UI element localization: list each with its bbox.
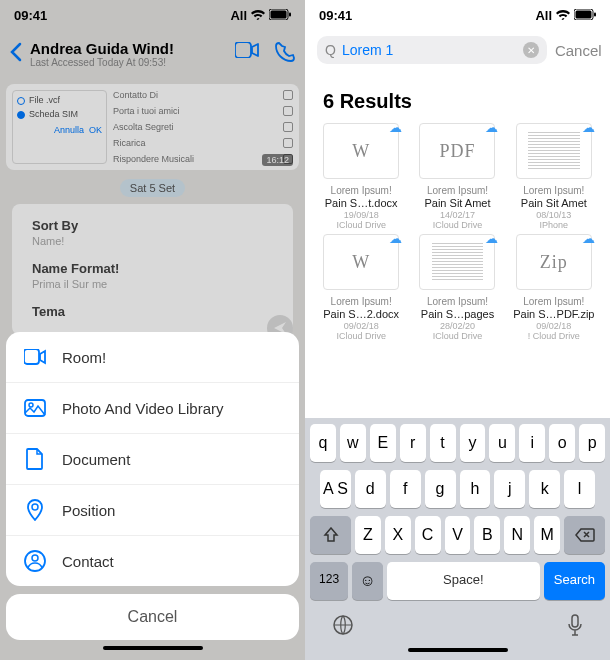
key-r[interactable]: r — [400, 424, 426, 462]
globe-icon[interactable] — [332, 614, 354, 640]
position-icon — [24, 499, 46, 521]
result-item[interactable]: W☁Lorem Ipsum!Pain S…t.docx19/09/18IClou… — [315, 123, 407, 230]
key-l[interactable]: l — [564, 470, 595, 508]
wifi-icon — [556, 8, 570, 23]
status-time: 09:41 — [14, 8, 47, 23]
status-bar-right: 09:41 All — [305, 0, 610, 30]
key-B[interactable]: B — [474, 516, 500, 554]
cloud-icon: ☁ — [582, 231, 595, 246]
message-timestamp: 16:12 — [262, 154, 293, 166]
back-button[interactable] — [10, 40, 22, 68]
wifi-icon — [251, 8, 265, 23]
file-thumbnail: W☁ — [323, 123, 399, 179]
result-folder: Lorem Ipsum! — [508, 296, 600, 307]
result-date: 28/02/20 — [411, 321, 503, 331]
sheet-room[interactable]: Room! — [6, 332, 299, 383]
key-A S[interactable]: A S — [320, 470, 351, 508]
key-t[interactable]: t — [430, 424, 456, 462]
key-C[interactable]: C — [415, 516, 441, 554]
home-indicator — [103, 646, 203, 650]
backspace-key[interactable] — [564, 516, 605, 554]
search-key[interactable]: Search — [544, 562, 605, 600]
svg-rect-4 — [24, 349, 39, 364]
svg-rect-2 — [289, 12, 291, 16]
emoji-key[interactable]: ☺ — [352, 562, 383, 600]
sheet-position-label: Position — [62, 502, 115, 519]
result-folder: Lorem Ipsum! — [315, 185, 407, 196]
space-key[interactable]: Space! — [387, 562, 540, 600]
sheet-contact[interactable]: Contact — [6, 536, 299, 586]
phone-call-icon[interactable] — [275, 42, 295, 66]
key-M[interactable]: M — [534, 516, 560, 554]
result-folder: Lorem Ipsum! — [508, 185, 600, 196]
clear-search-icon[interactable]: ✕ — [523, 42, 539, 58]
mic-icon[interactable] — [567, 614, 583, 640]
key-j[interactable]: j — [494, 470, 525, 508]
sheet-position[interactable]: Position — [6, 485, 299, 536]
video-call-icon[interactable] — [235, 42, 259, 66]
svg-point-7 — [32, 504, 38, 510]
document-icon — [24, 448, 46, 470]
result-location: ! Cloud Drive — [508, 331, 600, 341]
result-date: 19/09/18 — [315, 210, 407, 220]
left-screenshot: 09:41 All Andrea Guida Wind! Last Access… — [0, 0, 305, 660]
sheet-cancel-button[interactable]: Cancel — [6, 594, 299, 640]
key-Z[interactable]: Z — [355, 516, 381, 554]
result-folder: Lorem Ipsum! — [315, 296, 407, 307]
key-E[interactable]: E — [370, 424, 396, 462]
key-o[interactable]: o — [549, 424, 575, 462]
search-cancel-button[interactable]: Cancel — [555, 42, 602, 59]
svg-rect-3 — [235, 42, 251, 58]
sheet-photo[interactable]: Photo And Video Library — [6, 383, 299, 434]
contact-icon — [24, 550, 46, 572]
key-k[interactable]: k — [529, 470, 560, 508]
result-date: 14/02/17 — [411, 210, 503, 220]
status-carrier: All — [230, 8, 247, 23]
key-u[interactable]: u — [489, 424, 515, 462]
key-d[interactable]: d — [355, 470, 386, 508]
key-V[interactable]: V — [445, 516, 471, 554]
svg-rect-11 — [576, 10, 592, 18]
result-filename: Pain S…PDF.zip — [508, 308, 600, 320]
result-item[interactable]: PDF☁Lorem Ipsum!Pain Sit Amet14/02/17ICl… — [411, 123, 503, 230]
sheet-contact-label: Contact — [62, 553, 114, 570]
key-p[interactable]: p — [579, 424, 605, 462]
nav-subtitle: Last Accessed Today At 09:53! — [30, 57, 227, 68]
search-box[interactable]: Q ✕ — [317, 36, 547, 64]
result-location: IPhone — [508, 220, 600, 230]
key-w[interactable]: w — [340, 424, 366, 462]
sheet-document[interactable]: Document — [6, 434, 299, 485]
battery-icon — [574, 8, 596, 23]
nav-header: Andrea Guida Wind! Last Accessed Today A… — [0, 30, 305, 78]
cloud-icon: ☁ — [582, 120, 595, 135]
settings-card: Sort By Name! Name Format! Prima il Sur … — [12, 204, 293, 335]
key-g[interactable]: g — [425, 470, 456, 508]
svg-point-9 — [32, 555, 38, 561]
cloud-icon: ☁ — [485, 120, 498, 135]
result-folder: Lorem Ipsum! — [411, 185, 503, 196]
key-f[interactable]: f — [390, 470, 421, 508]
cloud-icon: ☁ — [485, 231, 498, 246]
shift-key[interactable] — [310, 516, 351, 554]
key-N[interactable]: N — [504, 516, 530, 554]
key-h[interactable]: h — [460, 470, 491, 508]
action-sheet: Room! Photo And Video Library Document P… — [0, 326, 305, 660]
result-item[interactable]: W☁Lorem Ipsum!Pain S…2.docx09/02/18IClou… — [315, 234, 407, 341]
result-item[interactable]: Zip☁Lorem Ipsum!Pain S…PDF.zip09/02/18! … — [508, 234, 600, 341]
result-date: 09/02/18 — [315, 321, 407, 331]
svg-rect-14 — [572, 615, 578, 627]
result-item[interactable]: ☁Lorem Ipsum!Pain S…pages28/02/20ICloud … — [411, 234, 503, 341]
result-date: 08/10/13 — [508, 210, 600, 220]
result-location: ICloud Drive — [411, 220, 503, 230]
result-folder: Lorem Ipsum! — [411, 296, 503, 307]
svg-rect-5 — [25, 400, 45, 416]
key-q[interactable]: q — [310, 424, 336, 462]
key-X[interactable]: X — [385, 516, 411, 554]
key-i[interactable]: i — [519, 424, 545, 462]
search-input[interactable] — [342, 42, 517, 58]
numeric-key[interactable]: 123 — [310, 562, 348, 600]
result-item[interactable]: ☁Lorem Ipsum!Pain Sit Amet08/10/13IPhone — [508, 123, 600, 230]
key-y[interactable]: y — [460, 424, 486, 462]
battery-icon — [269, 8, 291, 23]
results-grid: W☁Lorem Ipsum!Pain S…t.docx19/09/18IClou… — [305, 123, 610, 341]
